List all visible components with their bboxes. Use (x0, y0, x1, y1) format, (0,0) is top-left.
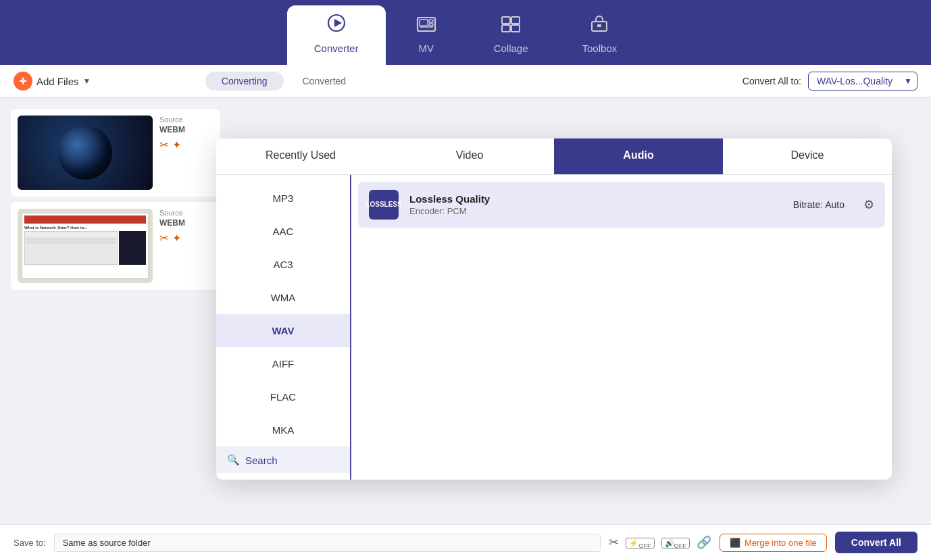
nav-tab-toolbox[interactable]: Toolbox (555, 8, 645, 65)
convert-all-button[interactable]: Convert All (835, 532, 917, 553)
format-list: MP3 AAC AC3 WMA WAV AIFF FLAC MKA 🔍 Sear… (216, 175, 351, 480)
format-wav[interactable]: WAV (216, 314, 350, 347)
format-tab-recently-used[interactable]: Recently Used (216, 138, 385, 174)
search-label: Search (245, 455, 278, 466)
format-aac[interactable]: AAC (216, 215, 350, 248)
convert-all-select-wrapper: WAV-Los...Quality MP3 - High Quality AAC… (808, 72, 917, 91)
svg-rect-4 (420, 20, 428, 26)
merge-button[interactable]: ⬛ Merge into one file (720, 534, 827, 552)
quality-icon: LOSSLESS (369, 190, 399, 220)
file-thumbnail-1 (18, 116, 153, 190)
toolbar: + Add Files ▼ Converting Converted Conve… (0, 65, 931, 98)
converter-icon (326, 12, 347, 39)
merge-icon: ⬛ (730, 538, 740, 548)
format-wma[interactable]: WMA (216, 281, 350, 314)
file-meta-2: Source WEBM ✂ ✦ (159, 209, 213, 245)
add-files-label: Add Files (36, 76, 79, 87)
file-thumbnail-2: What is Network Jitter? How to... (18, 209, 153, 283)
mv-icon (416, 15, 436, 39)
collage-label: Collage (494, 43, 528, 54)
converter-label: Converter (314, 43, 359, 54)
main-area: + Add Files ▼ Converting Converted Conve… (0, 65, 931, 560)
format-picker: Recently Used Video Audio Device MP3 AAC… (216, 138, 892, 480)
nav-tab-converter[interactable]: Converter (287, 5, 386, 65)
add-files-button[interactable]: + Add Files ▼ (14, 72, 91, 91)
quality-item-lossless[interactable]: LOSSLESS Lossless Quality Encoder: PCM B… (358, 182, 885, 228)
svg-rect-9 (511, 17, 520, 24)
edit-icon-2[interactable]: ✦ (172, 232, 181, 245)
toolbox-label: Toolbox (582, 43, 618, 54)
bottom-bar: Save to: ✂ ⚡OFF 🔊OFF 🔗 ⬛ Merge into one … (0, 524, 931, 560)
collage-icon (501, 15, 521, 39)
globe-thumbnail (18, 116, 153, 190)
file-item-2: What is Network Jitter? How to... (11, 202, 220, 290)
format-ac3[interactable]: AC3 (216, 248, 350, 281)
format-picker-body: MP3 AAC AC3 WMA WAV AIFF FLAC MKA 🔍 Sear… (216, 175, 892, 480)
file-item: Source WEBM ✂ ✦ (11, 109, 220, 197)
edit-icon-1[interactable]: ✦ (172, 138, 181, 151)
save-path-input[interactable] (54, 534, 601, 552)
quality-settings-icon[interactable]: ⚙ (863, 197, 874, 212)
svg-point-2 (334, 20, 339, 26)
toolbox-icon (589, 15, 609, 39)
format-mp3[interactable]: MP3 (216, 182, 350, 215)
status-tabs: Converting Converted (205, 72, 362, 91)
format-mka[interactable]: MKA (216, 413, 350, 447)
merge-label: Merge into one file (745, 538, 817, 548)
svg-rect-5 (429, 20, 433, 22)
format-tab-video[interactable]: Video (385, 138, 554, 174)
source-label-1: Source (159, 116, 213, 124)
svg-rect-6 (429, 24, 433, 26)
cut-icon-1[interactable]: ✂ (159, 138, 168, 151)
file-meta-1: Source WEBM ✂ ✦ (159, 116, 213, 151)
encoder-label: Encoder: (409, 206, 445, 216)
svg-rect-10 (502, 25, 510, 32)
format-tab-device[interactable]: Device (723, 138, 892, 174)
quality-bitrate: Bitrate: Auto (793, 199, 845, 210)
add-files-dropdown-icon[interactable]: ▼ (83, 76, 91, 86)
convert-all-label: Convert All to: (743, 76, 801, 86)
file-format-2: WEBM (159, 218, 213, 228)
nav-tab-collage[interactable]: Collage (467, 8, 555, 65)
convert-all-area: Convert All to: WAV-Los...Quality MP3 - … (743, 72, 917, 91)
screen-content: What is Network Jitter? How to... (22, 213, 149, 279)
format-search-row[interactable]: 🔍 Search (216, 447, 350, 473)
file-actions-1: ✂ ✦ (159, 138, 213, 151)
format-tabs: Recently Used Video Audio Device (216, 138, 892, 175)
nav-tab-mv[interactable]: MV (386, 8, 467, 65)
converted-tab[interactable]: Converted (286, 72, 363, 91)
add-files-plus-icon: + (14, 72, 32, 91)
format-aiff[interactable]: AIFF (216, 347, 350, 380)
svg-rect-13 (597, 24, 601, 27)
convert-all-select[interactable]: WAV-Los...Quality MP3 - High Quality AAC… (808, 72, 917, 91)
trim-icon-button[interactable]: ✂ (609, 535, 619, 550)
svg-rect-8 (502, 17, 510, 24)
bitrate-label: Bitrate: (793, 199, 823, 210)
quality-name: Lossless Quality (409, 193, 782, 205)
top-nav: Converter MV Collage (0, 0, 931, 65)
format-flac[interactable]: FLAC (216, 380, 350, 413)
bitrate-value: Auto (825, 199, 845, 210)
file-format-1: WEBM (159, 125, 213, 134)
svg-rect-11 (511, 25, 520, 32)
encoder-value: PCM (447, 206, 467, 216)
volume-off-button[interactable]: 🔊OFF (661, 535, 690, 549)
quality-info: Lossless Quality Encoder: PCM (409, 193, 782, 216)
cut-icon-2[interactable]: ✂ (159, 232, 168, 245)
link-button[interactable]: 🔗 (697, 535, 711, 550)
search-icon: 🔍 (227, 454, 240, 466)
format-quality-panel: LOSSLESS Lossless Quality Encoder: PCM B… (351, 175, 892, 480)
source-label-2: Source (159, 209, 213, 217)
file-list: Source WEBM ✂ ✦ What is Network Jitter? … (11, 109, 220, 513)
converting-tab[interactable]: Converting (205, 72, 284, 91)
file-actions-2: ✂ ✦ (159, 232, 213, 245)
quality-encoder: Encoder: PCM (409, 206, 782, 216)
bottom-icons: ✂ ⚡OFF 🔊OFF 🔗 (609, 535, 711, 550)
save-to-label: Save to: (14, 538, 46, 548)
screen-thumbnail: What is Network Jitter? How to... (18, 209, 153, 283)
speed-off-button[interactable]: ⚡OFF (626, 535, 654, 549)
format-tab-audio[interactable]: Audio (554, 138, 723, 174)
file-list-area: Source WEBM ✂ ✦ What is Network Jitter? … (0, 98, 931, 524)
mv-label: MV (418, 43, 434, 54)
